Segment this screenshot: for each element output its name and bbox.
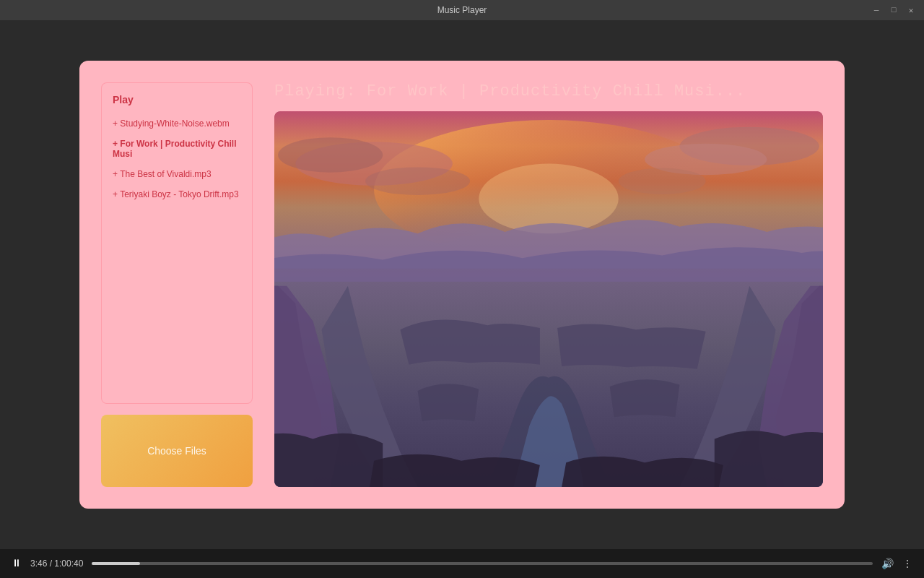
time-display: 3:46 / 1:00:40 [30, 558, 83, 569]
svg-point-2 [479, 164, 618, 234]
svg-point-7 [619, 168, 706, 194]
svg-point-4 [278, 137, 383, 172]
main-content: Play + Studying-White-Noise.webm + For W… [0, 20, 924, 549]
svg-point-8 [365, 167, 470, 195]
playlist-item-3[interactable]: + The Best of Vivaldi.mp3 [113, 169, 241, 179]
title-bar: Music Player — □ ✕ [0, 0, 924, 20]
album-art [274, 111, 823, 487]
playlist-box: Play + Studying-White-Noise.webm + For W… [101, 82, 253, 404]
close-button[interactable]: ✕ [905, 4, 917, 16]
progress-bar[interactable] [92, 562, 873, 565]
playlist-item-1[interactable]: + Studying-White-Noise.webm [113, 118, 241, 129]
app-window: Play + Studying-White-Noise.webm + For W… [79, 61, 845, 509]
window-controls: — □ ✕ [871, 4, 917, 16]
volume-icon[interactable]: 🔊 [881, 558, 894, 570]
more-options-icon[interactable]: ⋮ [902, 558, 912, 570]
progress-fill [92, 562, 140, 565]
now-playing-title: Playing: For Work | Productivity Chill M… [274, 82, 823, 100]
minimize-button[interactable]: — [871, 4, 882, 16]
playlist-item-2[interactable]: + For Work | Productivity Chill Musi [113, 139, 241, 159]
transport-bar: ⏸ 3:46 / 1:00:40 🔊 ⋮ [0, 549, 924, 578]
player-main: Playing: For Work | Productivity Chill M… [274, 82, 823, 487]
playlist-title: Play [113, 94, 241, 105]
choose-files-button[interactable]: Choose Files [101, 415, 253, 487]
maximize-button[interactable]: □ [888, 4, 899, 16]
sidebar: Play + Studying-White-Noise.webm + For W… [101, 82, 253, 487]
playlist-item-4[interactable]: + Teriyaki Boyz - Tokyo Drift.mp3 [113, 189, 241, 199]
canyon-artwork [274, 111, 823, 487]
play-pause-button[interactable]: ⏸ [12, 558, 22, 569]
window-title: Music Player [437, 5, 487, 15]
